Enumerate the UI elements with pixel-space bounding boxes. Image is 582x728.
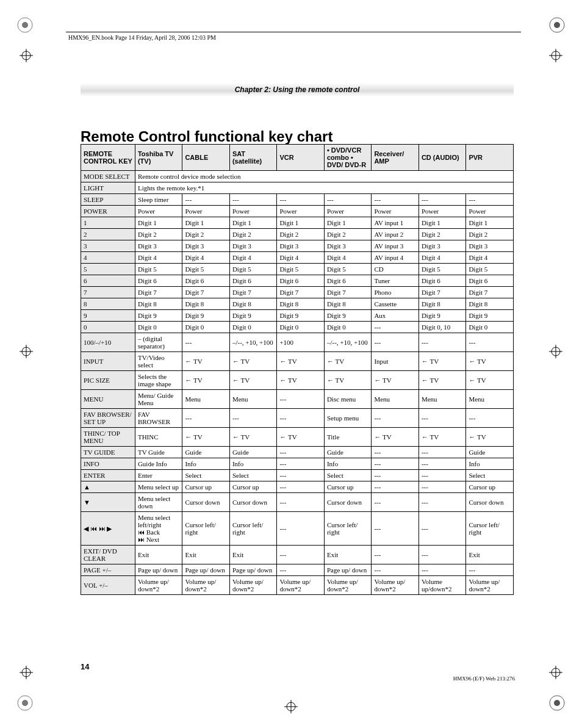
data-cell: --- xyxy=(182,333,230,352)
table-row: 9Digit 9Digit 9Digit 9Digit 9Digit 9AuxD… xyxy=(81,310,514,322)
data-cell: Digit 9 xyxy=(135,310,182,322)
table-row: THINC/ TOP MENUTHINC← TV← TV← TVTitle← T… xyxy=(81,428,514,447)
data-cell: --- xyxy=(372,564,419,576)
svg-point-5 xyxy=(22,700,28,706)
key-cell: VOL +/– xyxy=(81,576,135,595)
data-cell: Digit 4 xyxy=(277,252,325,264)
data-cell: Guide xyxy=(466,447,514,458)
data-cell: --- xyxy=(324,194,372,206)
data-cell: Digit 2 xyxy=(182,229,230,240)
data-cell: Digit 7 xyxy=(324,287,372,298)
key-cell: 100/–/+10 xyxy=(81,333,135,352)
data-cell: Digit 0 xyxy=(182,322,230,333)
data-cell: Info xyxy=(466,458,514,470)
data-cell: Page up/ down xyxy=(229,564,277,576)
key-cell: LIGHT xyxy=(81,182,135,194)
table-row: INPUTTV/Video select← TV← TV← TV← TVInpu… xyxy=(81,352,514,371)
data-cell: Digit 5 xyxy=(466,264,514,275)
data-cell: Exit xyxy=(135,546,182,564)
table-row: ◀ ⏮ ⏭ ▶Menu select left/right ⏮ Back ⏭ N… xyxy=(81,512,514,546)
key-cell: 1 xyxy=(81,217,135,229)
key-cell: FAV BROWSER/ SET UP xyxy=(81,409,135,428)
data-cell: Digit 8 xyxy=(182,298,230,310)
data-cell: –/--, +10, +100 xyxy=(229,333,277,352)
data-cell: Digit 6 xyxy=(229,275,277,287)
data-cell: Volume up/ down*2 xyxy=(277,576,325,595)
data-cell: Digit 2 xyxy=(324,229,372,240)
data-cell: --- xyxy=(419,447,466,458)
data-cell: Digit 8 xyxy=(466,298,514,310)
svg-point-1 xyxy=(22,22,28,28)
data-cell: Select xyxy=(229,470,277,481)
data-cell: Digit 2 xyxy=(229,229,277,240)
data-cell: ← TV xyxy=(277,352,325,371)
data-cell: --- xyxy=(277,194,325,206)
data-cell: Enter xyxy=(135,470,182,481)
table-row: 3Digit 3Digit 3Digit 3Digit 3Digit 3AV i… xyxy=(81,240,514,252)
data-cell: Menu select down xyxy=(135,493,182,512)
data-cell: Digit 5 xyxy=(182,264,230,275)
data-cell: ← TV xyxy=(277,371,325,390)
data-cell: Digit 2 xyxy=(466,229,514,240)
data-cell: TV Guide xyxy=(135,447,182,458)
data-cell: Digit 9 xyxy=(324,310,372,322)
table-row: 2Digit 2Digit 2Digit 2Digit 2Digit 2AV i… xyxy=(81,229,514,240)
data-cell: --- xyxy=(419,493,466,512)
table-row: MODE SELECTRemote control device mode se… xyxy=(81,171,514,182)
registration-mark-icon xyxy=(284,700,298,713)
data-cell: --- xyxy=(372,481,419,493)
data-cell: Tuner xyxy=(372,275,419,287)
table-row: 4Digit 4Digit 4Digit 4Digit 4Digit 4AV i… xyxy=(81,252,514,264)
data-cell: Digit 0 xyxy=(466,322,514,333)
data-cell: Digit 3 xyxy=(229,240,277,252)
key-cell: MODE SELECT xyxy=(81,171,135,182)
data-cell: --- xyxy=(466,409,514,428)
key-chart-table: REMOTE CONTROL KEY Toshiba TV (TV) CABLE… xyxy=(81,144,514,595)
data-cell: Digit 0 xyxy=(135,322,182,333)
data-cell: Volume up/ down*2 xyxy=(324,576,372,595)
data-cell: Digit 4 xyxy=(466,252,514,264)
data-cell: Digit 1 xyxy=(466,217,514,229)
registration-mark-icon xyxy=(549,345,562,358)
data-cell: Power xyxy=(324,206,372,217)
data-cell: Digit 7 xyxy=(277,287,325,298)
data-cell: Digit 8 xyxy=(324,298,372,310)
data-cell: AV input 3 xyxy=(372,240,419,252)
table-row: ENTEREnterSelectSelect---Select------Sel… xyxy=(81,470,514,481)
data-cell: Info xyxy=(324,458,372,470)
data-cell: ← TV xyxy=(324,371,372,390)
data-cell: Digit 1 xyxy=(277,217,325,229)
data-cell: ← TV xyxy=(229,352,277,371)
key-cell: 9 xyxy=(81,310,135,322)
data-cell: Digit 8 xyxy=(135,298,182,310)
key-cell: 4 xyxy=(81,252,135,264)
data-cell: Digit 1 xyxy=(324,217,372,229)
data-cell: Cursor left/ right xyxy=(324,512,372,546)
data-cell: Sleep timer xyxy=(135,194,182,206)
data-cell: ← TV xyxy=(229,428,277,447)
data-cell: Power xyxy=(277,206,325,217)
data-cell: Guide Info xyxy=(135,458,182,470)
key-cell: MENU xyxy=(81,390,135,409)
data-cell: ← TV xyxy=(182,352,230,371)
data-cell: Cursor down xyxy=(324,493,372,512)
data-cell: Menu xyxy=(466,390,514,409)
data-cell: --- xyxy=(419,512,466,546)
data-cell: --- xyxy=(277,564,325,576)
data-cell: Aux xyxy=(372,310,419,322)
data-cell: Guide xyxy=(324,447,372,458)
crop-circle-icon xyxy=(17,17,33,33)
data-cell: ← TV xyxy=(466,428,514,447)
data-cell: Digit 3 xyxy=(135,240,182,252)
data-cell: --- xyxy=(419,194,466,206)
data-cell: Title xyxy=(324,428,372,447)
data-cell: Digit 5 xyxy=(419,264,466,275)
data-cell: Digit 0, 10 xyxy=(419,322,466,333)
registration-mark-icon xyxy=(20,666,33,679)
data-cell: Power xyxy=(182,206,230,217)
key-cell: 2 xyxy=(81,229,135,240)
table-row: INFOGuide InfoInfoInfo---Info------Info xyxy=(81,458,514,470)
data-cell: Page up/ down xyxy=(182,564,230,576)
data-cell: Selects the image shape xyxy=(135,371,182,390)
col-toshiba-tv: Toshiba TV (TV) xyxy=(135,145,182,171)
